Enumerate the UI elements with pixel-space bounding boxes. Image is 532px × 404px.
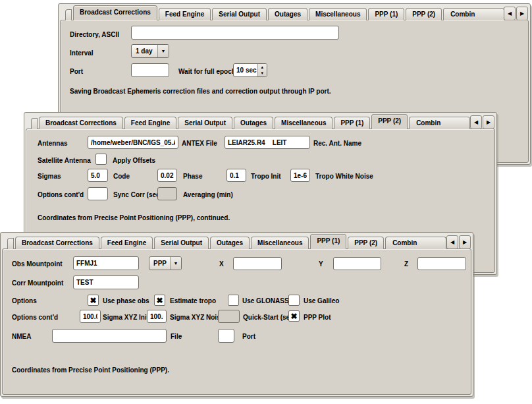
tab-combination[interactable]: Combin (409, 117, 470, 129)
options-contd-label: Options cont'd (38, 191, 84, 198)
tab-serial-output[interactable]: Serial Output (154, 237, 209, 249)
tab-ppp-1[interactable]: PPP (1) (368, 8, 404, 20)
options-contd-label: Options cont'd (12, 314, 58, 321)
tabbar-base (65, 9, 72, 20)
scroll-left-icon: ◀ (474, 119, 478, 125)
averaging-input (157, 187, 177, 200)
tab-outages[interactable]: Outages (268, 8, 307, 20)
apply-offsets-label: Apply Offsets (113, 157, 155, 164)
nmea-port-input[interactable] (218, 329, 234, 343)
tabbar-base (7, 238, 14, 249)
corr-mountpoint-label: Corr Mountpoint (12, 279, 63, 287)
tab-bar: Broadcast Corrections Feed Engine Serial… (7, 234, 446, 249)
check-icon: ✖ (90, 297, 96, 304)
tab-scroll-left-button[interactable]: ◀ (446, 235, 458, 249)
tab-scroll-left-button[interactable]: ◀ (470, 115, 482, 129)
averaging-label: Averaging (min) (183, 191, 233, 198)
sigma-xyz-noise-label: Sigma XYZ Noise (170, 314, 224, 321)
scroll-right-icon: ▶ (487, 119, 491, 125)
y-coordinate-input[interactable] (333, 257, 381, 270)
tab-broadcast-corrections[interactable]: Broadcast Corrections (73, 5, 157, 20)
port-input[interactable] (131, 63, 169, 77)
tab-scroll-right-button[interactable]: ▶ (459, 235, 471, 249)
spin-down-icon[interactable]: ▼ (258, 71, 267, 77)
tropo-init-input[interactable] (226, 169, 246, 182)
tab-broadcast-corrections[interactable]: Broadcast Corrections (39, 117, 123, 129)
directory-ascii-input[interactable] (131, 26, 339, 40)
tropo-white-noise-label: Tropo White Noise (315, 173, 373, 180)
scroll-right-icon: ▶ (520, 11, 524, 16)
use-glonass-checkbox[interactable] (228, 295, 239, 306)
tab-scroll-left-button[interactable]: ◀ (504, 7, 516, 20)
estimate-tropo-checkbox[interactable]: ✖ (154, 295, 165, 306)
tab-scroll-right-button[interactable]: ▶ (516, 7, 528, 20)
tab-combination[interactable]: Combin (443, 8, 504, 20)
tropo-white-noise-input[interactable] (290, 169, 310, 182)
obs-mountpoint-label: Obs Mountpoint (12, 260, 63, 268)
scroll-left-icon: ◀ (508, 11, 512, 16)
nmea-file-label: File (171, 333, 182, 340)
quick-start-input (218, 310, 240, 323)
tab-ppp-2[interactable]: PPP (2) (348, 237, 384, 249)
x-coordinate-input[interactable] (233, 257, 282, 270)
tab-ppp-2[interactable]: PPP (2) (406, 8, 442, 20)
interval-label: Interval (70, 49, 93, 57)
use-phase-obs-checkbox[interactable]: ✖ (88, 295, 99, 306)
tab-ppp-1[interactable]: PPP (1) (310, 234, 346, 249)
tab-miscellaneous[interactable]: Miscellaneous (275, 117, 332, 129)
tab-outages[interactable]: Outages (210, 237, 250, 249)
sigma-xyz-noise-input[interactable] (147, 310, 167, 323)
tab-scroll-right-button[interactable]: ▶ (483, 115, 494, 129)
tab-serial-output[interactable]: Serial Output (212, 8, 267, 20)
interval-selected-value: 1 day (132, 45, 157, 57)
sync-corr-input[interactable] (88, 187, 108, 200)
tab-outages[interactable]: Outages (234, 117, 273, 129)
satellite-antenna-checkbox[interactable] (95, 154, 107, 165)
corr-mountpoint-input[interactable] (73, 275, 139, 289)
wait-full-epoch-label: Wait for full epoch (178, 68, 236, 75)
obs-mountpoint-input[interactable] (73, 256, 139, 270)
rec-ant-name-input[interactable] (225, 136, 310, 149)
antennas-input[interactable] (88, 136, 178, 149)
interval-select[interactable]: 1 day ▼ (131, 44, 169, 58)
tab-bar: Broadcast Corrections Feed Engine Serial… (65, 5, 504, 20)
tab-miscellaneous[interactable]: Miscellaneous (251, 237, 309, 249)
nmea-input[interactable] (52, 329, 167, 343)
tab-bar: Broadcast Corrections Feed Engine Serial… (31, 114, 470, 129)
wait-full-epoch-spinner[interactable]: 10 sec ▲ ▼ (233, 63, 267, 77)
sigma-phase-input[interactable] (157, 169, 177, 182)
tab-ppp-2[interactable]: PPP (2) (371, 114, 408, 129)
estimate-tropo-label: Estimate tropo (170, 297, 216, 304)
z-label: Z (404, 260, 408, 268)
use-phase-obs-label: Use phase obs (103, 297, 149, 304)
scroll-left-icon: ◀ (450, 239, 454, 245)
rec-ant-name-label: Rec. Ant. Name (313, 140, 361, 147)
sigma-xyz-init-input[interactable] (80, 310, 101, 323)
ppp1-window: Broadcast Corrections Feed Engine Serial… (0, 232, 473, 397)
directory-ascii-label: Directory, ASCII (70, 31, 119, 38)
y-label: Y (319, 260, 323, 268)
mode-select[interactable]: PPP ▼ (149, 256, 182, 270)
use-galileo-checkbox[interactable] (288, 295, 300, 306)
sigma-code-input[interactable] (88, 169, 108, 182)
use-galileo-label: Use Galileo (304, 297, 339, 304)
tab-miscellaneous[interactable]: Miscellaneous (309, 8, 367, 20)
tab-ppp-1[interactable]: PPP (1) (334, 117, 370, 129)
z-coordinate-input[interactable] (417, 257, 466, 270)
use-glonass-label: Use GLONASS (242, 297, 289, 304)
tab-broadcast-corrections[interactable]: Broadcast Corrections (15, 237, 99, 249)
tab-feed-engine[interactable]: Feed Engine (101, 237, 153, 249)
tab-combination[interactable]: Combin (385, 237, 446, 249)
tab-feed-engine[interactable]: Feed Engine (159, 8, 211, 20)
antennas-label: Antennas (38, 140, 68, 147)
sigma-xyz-init-label: Sigma XYZ Init (103, 314, 149, 321)
wait-full-epoch-value: 10 sec (234, 64, 257, 76)
tab-feed-engine[interactable]: Feed Engine (124, 117, 176, 129)
tabbar-base (31, 118, 38, 129)
chevron-down-icon: ▼ (161, 49, 166, 53)
spin-up-icon[interactable]: ▲ (258, 64, 267, 71)
options-label: Options (12, 297, 37, 304)
tab-serial-output[interactable]: Serial Output (178, 117, 232, 129)
ppp-plot-checkbox[interactable]: ✖ (288, 310, 300, 322)
tropo-init-label: Tropo Init (251, 173, 281, 180)
